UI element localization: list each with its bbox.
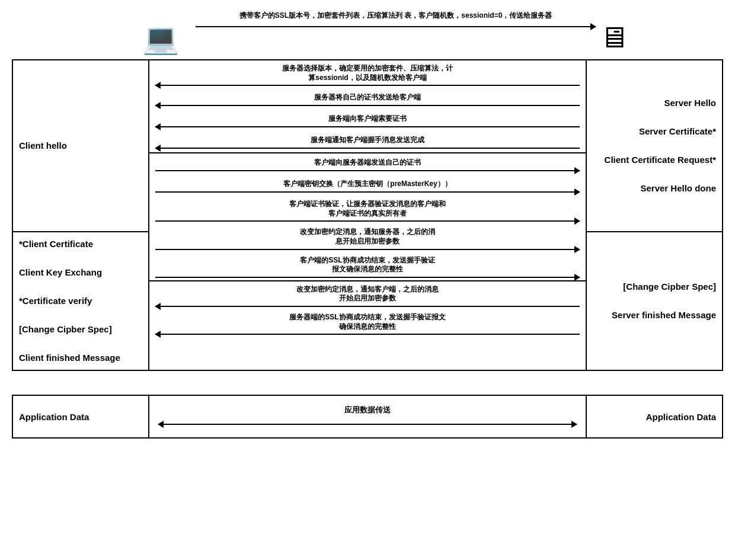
app-data-left: Application Data [13,396,149,437]
arrow-server-hello: 服务器选择版本，确定要用的加密套件、压缩算法，计算sessionid，以及随机数… [149,60,586,88]
arrow-1-label: 服务器选择版本，确定要用的加密套件、压缩算法，计算sessionid，以及随机数… [279,63,456,84]
arrow-1-container: 服务器选择版本，确定要用的加密套件、压缩算法，计算sessionid，以及随机数… [155,63,580,86]
arrow-5-label: 客户端向服务器端发送自己的证书 [311,157,424,169]
server-icon: 🖥 [599,23,628,52]
arrow-9-label: 客户端的SSL协商成功结束，发送握手验证报文确保消息的完整性 [297,255,437,276]
app-data-section: Application Data 应用数据传送 Application Data [12,395,723,439]
arrow-3-line [155,126,580,127]
arrow-server-cert: 服务器将自己的证书发送给客户端 [149,88,586,110]
arrow-8-container: 改变加密约定消息，通知服务器，之后的消息开始启用加密参数 [155,226,580,249]
middle-column: 服务器选择版本，确定要用的加密套件、压缩算法，计算sessionid，以及随机数… [149,60,586,370]
arrow-8-label: 改变加密约定消息，通知服务器，之后的消息开始启用加密参数 [297,226,438,247]
arrow-server-cipher: 改变加密约定消息，通知客户端，之后的消息开始启用加密参数 [149,281,586,309]
arrow-9-container: 客户端的SSL协商成功结束，发送握手验证报文确保消息的完整性 [155,255,580,278]
arrow-2-container: 服务器将自己的证书发送给客户端 [155,92,580,106]
left-section-client-hello: Client hello [13,60,148,232]
app-data-right: Application Data [586,396,722,437]
arrow-server-finished: 服务器端的SSL协商成功结束，发送握手验证报文确保消息的完整性 [149,309,586,337]
left-column: Client hello *Client Certificate Client … [13,60,149,370]
app-data-left-label: Application Data [19,412,89,422]
arrow-3-container: 服务端向客户端索要证书 [155,113,580,127]
sequence-diagram: 💻 🖥 携带客户的SSL版本号，加密套件列表，压缩算法列 表，客户随机数，ses… [12,6,723,439]
arrow-11-container: 服务器端的SSL协商成功结束，发送握手验证报文确保消息的完整性 [155,312,580,335]
arrow-7-line [155,220,580,222]
arrow-11-line [155,334,580,335]
client-messages-text: *Client Certificate Client Key Exchang *… [19,237,120,365]
left-section-client-messages: *Client Certificate Client Key Exchang *… [13,232,148,370]
arrow-cert-verify: 客户端证书验证，让服务器验证发消息的客户端和客户端证书的真实所有者 [149,196,586,224]
middle-section-2: 客户端向服务器端发送自己的证书 客户端密钥交换（产生预主密钥（preMaster… [149,153,586,281]
arrow-4-label: 服务端通知客户端握手消息发送完成 [308,135,427,146]
arrow-5-line [155,170,580,171]
arrow-11-label: 服务器端的SSL协商成功结束，发送握手验证报文确保消息的完整性 [286,312,448,332]
top-annotation-text: 携带客户的SSL版本号，加密套件列表，压缩算法列 表，客户随机数，session… [196,11,596,21]
arrow-6-label: 客户端密钥交换（产生预主密钥（preMasterKey）） [280,178,454,190]
app-data-annotation: 应用数据传送 [344,405,391,415]
arrow-hello-done: 服务端通知客户端握手消息发送完成 [149,131,586,152]
server-finished-text: [Change Cipber Spec] Server finished Mes… [612,280,716,322]
middle-section-3: 改变加密约定消息，通知客户端，之后的消息开始启用加密参数 服务器端的SSL协商成… [149,281,586,337]
arrow-3-label: 服务端向客户端索要证书 [325,113,410,125]
arrow-9-line [155,277,580,278]
app-data-right-label: Application Data [646,412,716,422]
client-hello-label: Client hello [19,139,67,153]
arrow-client-cipher: 改变加密约定消息，通知服务器，之后的消息开始启用加密参数 [149,224,586,252]
right-column: Server Hello Server Certificate* Client … [586,60,722,370]
arrow-key-exchange: 客户端密钥交换（产生预主密钥（preMasterKey）） [149,175,586,196]
top-annotation-area: 携带客户的SSL版本号，加密套件列表，压缩算法列 表，客户随机数，session… [196,11,596,30]
arrow-client-finished: 客户端的SSL协商成功结束，发送握手验证报文确保消息的完整性 [149,252,586,280]
arrow-10-label: 改变加密约定消息，通知客户端，之后的消息开始启用加密参数 [293,284,442,305]
laptop-icon: 💻 [142,24,179,53]
arrow-7-label: 客户端证书验证，让服务器验证发消息的客户端和客户端证书的真实所有者 [286,199,449,219]
gap [12,371,723,395]
arrow-6-line [155,191,580,193]
arrow-client-cert: 客户端向服务器端发送自己的证书 [149,153,586,175]
arrow-2-line [155,105,580,106]
app-data-arrow [158,420,577,428]
arrow-1-line [155,85,580,86]
arrow-10-line [155,306,580,307]
arrow-6-container: 客户端密钥交换（产生预主密钥（preMasterKey）） [155,178,580,193]
icons-row: 💻 🖥 携带客户的SSL版本号，加密套件列表，压缩算法列 表，客户随机数，ses… [12,6,723,59]
arrow-2-label: 服务器将自己的证书发送给客户端 [311,92,424,104]
arrow-4-line [155,148,580,149]
main-sections: Client hello *Client Certificate Client … [12,59,723,371]
server-hello-text: Server Hello Server Certificate* Client … [605,96,716,196]
diagram-wrapper: 💻 🖥 携带客户的SSL版本号，加密套件列表，压缩算法列 表，客户随机数，ses… [0,0,735,560]
middle-section-1: 服务器选择版本，确定要用的加密套件、压缩算法，计算sessionid，以及随机数… [149,60,586,153]
arrow-8-line [155,249,580,250]
arrow-7-container: 客户端证书验证，让服务器验证发消息的客户端和客户端证书的真实所有者 [155,199,580,222]
arrow-5-container: 客户端向服务器端发送自己的证书 [155,157,580,171]
right-section-server-hello: Server Hello Server Certificate* Client … [587,60,722,232]
right-section-server-finished: [Change Cipber Spec] Server finished Mes… [587,232,722,370]
top-arrow [196,23,596,30]
arrow-cert-request: 服务端向客户端索要证书 [149,110,586,131]
app-data-middle: 应用数据传送 [149,396,586,437]
arrow-10-container: 改变加密约定消息，通知客户端，之后的消息开始启用加密参数 [155,284,580,307]
arrow-4-container: 服务端通知客户端握手消息发送完成 [155,135,580,149]
